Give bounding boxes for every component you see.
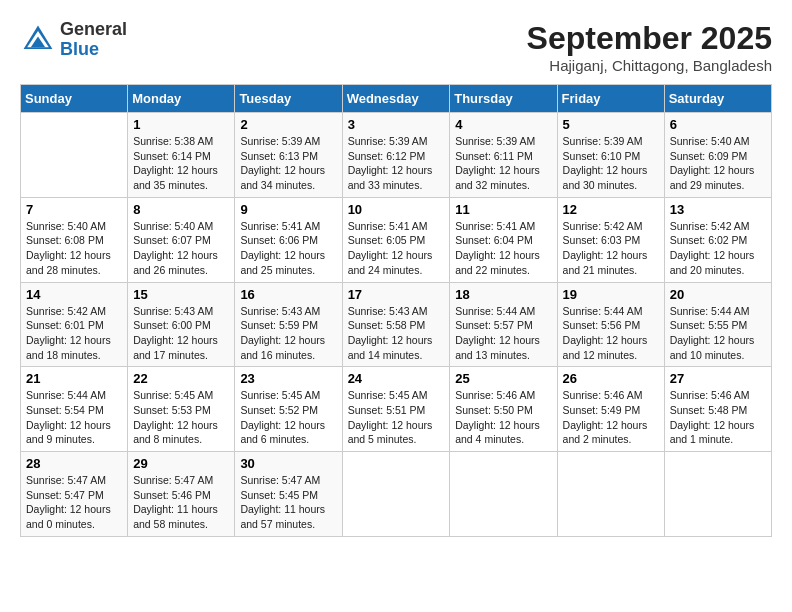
day-info: Sunrise: 5:41 AM Sunset: 6:04 PM Dayligh… (455, 219, 551, 278)
calendar-cell: 16Sunrise: 5:43 AM Sunset: 5:59 PM Dayli… (235, 282, 342, 367)
day-info: Sunrise: 5:39 AM Sunset: 6:11 PM Dayligh… (455, 134, 551, 193)
day-number: 5 (563, 117, 659, 132)
calendar-cell (342, 452, 450, 537)
day-number: 10 (348, 202, 445, 217)
column-header-sunday: Sunday (21, 85, 128, 113)
column-header-friday: Friday (557, 85, 664, 113)
day-info: Sunrise: 5:47 AM Sunset: 5:46 PM Dayligh… (133, 473, 229, 532)
day-number: 11 (455, 202, 551, 217)
day-info: Sunrise: 5:39 AM Sunset: 6:10 PM Dayligh… (563, 134, 659, 193)
calendar-cell: 22Sunrise: 5:45 AM Sunset: 5:53 PM Dayli… (128, 367, 235, 452)
day-number: 8 (133, 202, 229, 217)
calendar-cell: 6Sunrise: 5:40 AM Sunset: 6:09 PM Daylig… (664, 113, 771, 198)
day-info: Sunrise: 5:42 AM Sunset: 6:03 PM Dayligh… (563, 219, 659, 278)
day-number: 18 (455, 287, 551, 302)
day-number: 22 (133, 371, 229, 386)
day-info: Sunrise: 5:47 AM Sunset: 5:45 PM Dayligh… (240, 473, 336, 532)
calendar-cell: 4Sunrise: 5:39 AM Sunset: 6:11 PM Daylig… (450, 113, 557, 198)
calendar-week-row: 21Sunrise: 5:44 AM Sunset: 5:54 PM Dayli… (21, 367, 772, 452)
day-info: Sunrise: 5:40 AM Sunset: 6:07 PM Dayligh… (133, 219, 229, 278)
day-number: 29 (133, 456, 229, 471)
calendar-cell: 21Sunrise: 5:44 AM Sunset: 5:54 PM Dayli… (21, 367, 128, 452)
calendar-week-row: 14Sunrise: 5:42 AM Sunset: 6:01 PM Dayli… (21, 282, 772, 367)
day-number: 12 (563, 202, 659, 217)
calendar-cell: 13Sunrise: 5:42 AM Sunset: 6:02 PM Dayli… (664, 197, 771, 282)
calendar-cell: 17Sunrise: 5:43 AM Sunset: 5:58 PM Dayli… (342, 282, 450, 367)
day-number: 30 (240, 456, 336, 471)
calendar-cell: 11Sunrise: 5:41 AM Sunset: 6:04 PM Dayli… (450, 197, 557, 282)
calendar-cell: 27Sunrise: 5:46 AM Sunset: 5:48 PM Dayli… (664, 367, 771, 452)
day-number: 16 (240, 287, 336, 302)
calendar-cell: 14Sunrise: 5:42 AM Sunset: 6:01 PM Dayli… (21, 282, 128, 367)
calendar-cell: 20Sunrise: 5:44 AM Sunset: 5:55 PM Dayli… (664, 282, 771, 367)
day-info: Sunrise: 5:45 AM Sunset: 5:51 PM Dayligh… (348, 388, 445, 447)
day-info: Sunrise: 5:40 AM Sunset: 6:08 PM Dayligh… (26, 219, 122, 278)
day-number: 21 (26, 371, 122, 386)
calendar-cell: 30Sunrise: 5:47 AM Sunset: 5:45 PM Dayli… (235, 452, 342, 537)
logo-icon (20, 22, 56, 58)
day-info: Sunrise: 5:46 AM Sunset: 5:49 PM Dayligh… (563, 388, 659, 447)
day-info: Sunrise: 5:45 AM Sunset: 5:53 PM Dayligh… (133, 388, 229, 447)
location-subtitle: Hajiganj, Chittagong, Bangladesh (527, 57, 772, 74)
column-header-monday: Monday (128, 85, 235, 113)
day-number: 24 (348, 371, 445, 386)
day-info: Sunrise: 5:40 AM Sunset: 6:09 PM Dayligh… (670, 134, 766, 193)
calendar-week-row: 1Sunrise: 5:38 AM Sunset: 6:14 PM Daylig… (21, 113, 772, 198)
day-number: 13 (670, 202, 766, 217)
day-number: 1 (133, 117, 229, 132)
day-info: Sunrise: 5:42 AM Sunset: 6:02 PM Dayligh… (670, 219, 766, 278)
day-info: Sunrise: 5:47 AM Sunset: 5:47 PM Dayligh… (26, 473, 122, 532)
column-header-wednesday: Wednesday (342, 85, 450, 113)
calendar-cell: 12Sunrise: 5:42 AM Sunset: 6:03 PM Dayli… (557, 197, 664, 282)
day-info: Sunrise: 5:39 AM Sunset: 6:13 PM Dayligh… (240, 134, 336, 193)
calendar-cell: 26Sunrise: 5:46 AM Sunset: 5:49 PM Dayli… (557, 367, 664, 452)
day-number: 9 (240, 202, 336, 217)
day-info: Sunrise: 5:44 AM Sunset: 5:54 PM Dayligh… (26, 388, 122, 447)
day-info: Sunrise: 5:41 AM Sunset: 6:06 PM Dayligh… (240, 219, 336, 278)
page-header: General Blue September 2025 Hajiganj, Ch… (20, 20, 772, 74)
calendar-cell (21, 113, 128, 198)
calendar-cell: 15Sunrise: 5:43 AM Sunset: 6:00 PM Dayli… (128, 282, 235, 367)
day-info: Sunrise: 5:39 AM Sunset: 6:12 PM Dayligh… (348, 134, 445, 193)
calendar-cell: 18Sunrise: 5:44 AM Sunset: 5:57 PM Dayli… (450, 282, 557, 367)
day-info: Sunrise: 5:43 AM Sunset: 5:58 PM Dayligh… (348, 304, 445, 363)
calendar-cell: 8Sunrise: 5:40 AM Sunset: 6:07 PM Daylig… (128, 197, 235, 282)
day-info: Sunrise: 5:43 AM Sunset: 6:00 PM Dayligh… (133, 304, 229, 363)
title-block: September 2025 Hajiganj, Chittagong, Ban… (527, 20, 772, 74)
day-number: 4 (455, 117, 551, 132)
calendar-cell (557, 452, 664, 537)
day-number: 17 (348, 287, 445, 302)
calendar-cell: 9Sunrise: 5:41 AM Sunset: 6:06 PM Daylig… (235, 197, 342, 282)
day-number: 27 (670, 371, 766, 386)
day-number: 7 (26, 202, 122, 217)
day-number: 15 (133, 287, 229, 302)
day-number: 19 (563, 287, 659, 302)
calendar-table: SundayMondayTuesdayWednesdayThursdayFrid… (20, 84, 772, 537)
column-header-saturday: Saturday (664, 85, 771, 113)
calendar-cell: 3Sunrise: 5:39 AM Sunset: 6:12 PM Daylig… (342, 113, 450, 198)
day-info: Sunrise: 5:41 AM Sunset: 6:05 PM Dayligh… (348, 219, 445, 278)
calendar-cell: 23Sunrise: 5:45 AM Sunset: 5:52 PM Dayli… (235, 367, 342, 452)
day-info: Sunrise: 5:38 AM Sunset: 6:14 PM Dayligh… (133, 134, 229, 193)
day-info: Sunrise: 5:42 AM Sunset: 6:01 PM Dayligh… (26, 304, 122, 363)
day-info: Sunrise: 5:46 AM Sunset: 5:48 PM Dayligh… (670, 388, 766, 447)
day-number: 23 (240, 371, 336, 386)
column-header-thursday: Thursday (450, 85, 557, 113)
day-number: 6 (670, 117, 766, 132)
calendar-cell: 19Sunrise: 5:44 AM Sunset: 5:56 PM Dayli… (557, 282, 664, 367)
calendar-cell: 5Sunrise: 5:39 AM Sunset: 6:10 PM Daylig… (557, 113, 664, 198)
day-info: Sunrise: 5:45 AM Sunset: 5:52 PM Dayligh… (240, 388, 336, 447)
calendar-header-row: SundayMondayTuesdayWednesdayThursdayFrid… (21, 85, 772, 113)
day-number: 14 (26, 287, 122, 302)
day-info: Sunrise: 5:44 AM Sunset: 5:55 PM Dayligh… (670, 304, 766, 363)
day-info: Sunrise: 5:44 AM Sunset: 5:57 PM Dayligh… (455, 304, 551, 363)
day-number: 28 (26, 456, 122, 471)
day-number: 26 (563, 371, 659, 386)
calendar-cell: 2Sunrise: 5:39 AM Sunset: 6:13 PM Daylig… (235, 113, 342, 198)
day-info: Sunrise: 5:46 AM Sunset: 5:50 PM Dayligh… (455, 388, 551, 447)
logo: General Blue (20, 20, 127, 60)
calendar-cell: 10Sunrise: 5:41 AM Sunset: 6:05 PM Dayli… (342, 197, 450, 282)
logo-text: General Blue (60, 20, 127, 60)
day-number: 3 (348, 117, 445, 132)
calendar-cell: 29Sunrise: 5:47 AM Sunset: 5:46 PM Dayli… (128, 452, 235, 537)
